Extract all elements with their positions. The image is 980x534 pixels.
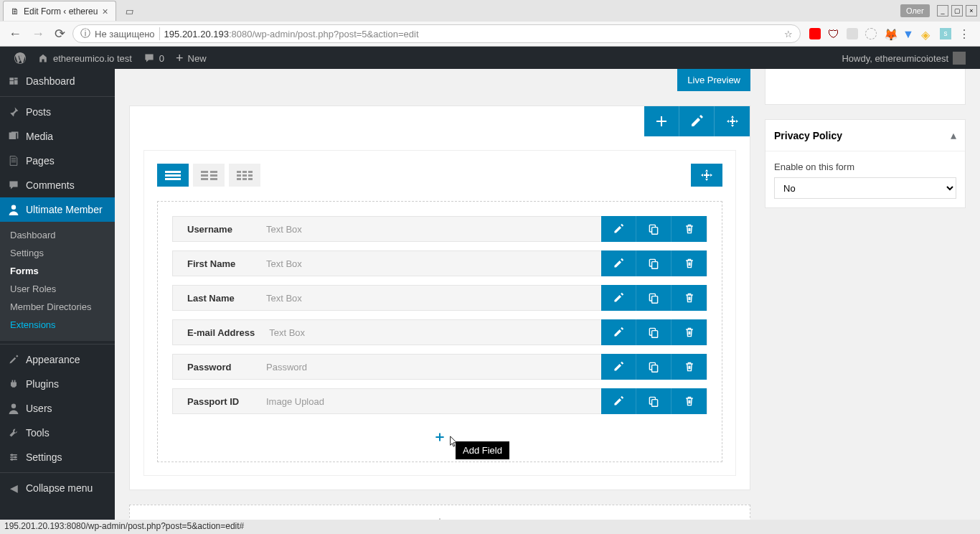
site-name-link[interactable]: ethereumico.io test [32,47,138,70]
upper-postbox-fragment [765,69,966,70]
separator [159,27,160,40]
ext-icon-4[interactable] [865,28,877,39]
wp-admin-bar: ethereumico.io test 0 + New Howdy, ether… [0,47,980,70]
browser-tab[interactable]: 🗎 Edit Form ‹ ethereu × [3,1,116,21]
security-warning: Не защищено [95,29,155,39]
browser-chrome: 🗎 Edit Form ‹ ethereu × ▱ Олег _ ▢ × ← →… [0,0,980,47]
new-content-link[interactable]: + New [170,47,212,70]
live-preview-button[interactable]: Live Preview [677,69,750,70]
minimize-button[interactable]: _ [937,5,948,17]
sidebar-item-dashboard[interactable]: Dashboard [0,69,115,70]
star-icon[interactable]: ☆ [784,29,793,39]
ext-icon-1[interactable] [809,28,821,39]
extension-icons: 🛡 🦊 ▼ ◈ s ⋮ [805,27,974,41]
tab-title: Edit Form ‹ ethereu [24,6,98,17]
maximize-button[interactable]: ▢ [951,5,963,17]
comments-link[interactable]: 0 [138,47,170,70]
ext-icon-8[interactable]: s [940,28,951,39]
close-tab-icon[interactable]: × [102,6,108,17]
tab-bar: 🗎 Edit Form ‹ ethereu × ▱ Олег _ ▢ × [0,0,980,22]
metamask-icon[interactable]: 🦊 [884,28,895,39]
wp-sidebar: Dashboard Posts Media Pages Comments Ult… [0,69,115,70]
profile-badge[interactable]: Олег [900,4,930,17]
wp-logo[interactable] [9,47,32,70]
info-icon[interactable]: ⓘ [80,27,90,40]
menu-icon[interactable]: ⋮ [958,27,970,41]
avatar [953,52,966,65]
ext-icon-3[interactable] [847,28,858,39]
back-button[interactable]: ← [6,25,24,43]
close-window-button[interactable]: × [966,5,977,17]
ublock-icon[interactable]: 🛡 [828,28,839,39]
new-tab-button[interactable]: ▱ [117,3,140,19]
reload-button[interactable]: ⟳ [52,24,68,43]
howdy-link[interactable]: Howdy, ethereumicoiotest [836,47,971,70]
page-icon: 🗎 [11,6,19,17]
ext-icon-6[interactable]: ▼ [903,28,914,39]
forward-button: → [29,25,47,43]
url-field[interactable]: ⓘ Не защищено 195.201.20.193:8080/wp-adm… [72,24,801,43]
url-text: 195.201.20.193:8080/wp-admin/post.php?po… [164,29,780,39]
main-content: Live Preview [115,69,980,70]
address-bar: ← → ⟳ ⓘ Не защищено 195.201.20.193:8080/… [0,22,980,46]
binance-icon[interactable]: ◈ [921,28,933,39]
